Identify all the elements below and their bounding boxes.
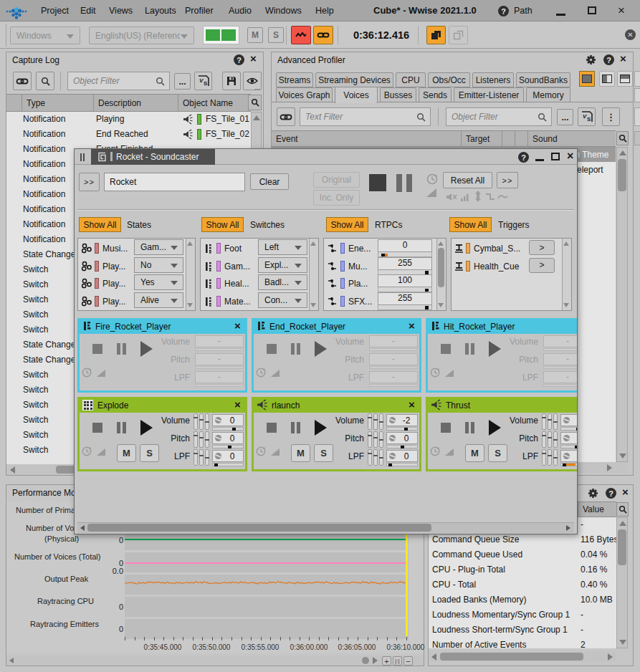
svg-text:S: S <box>204 80 208 87</box>
svg-text:S: S <box>587 116 591 123</box>
